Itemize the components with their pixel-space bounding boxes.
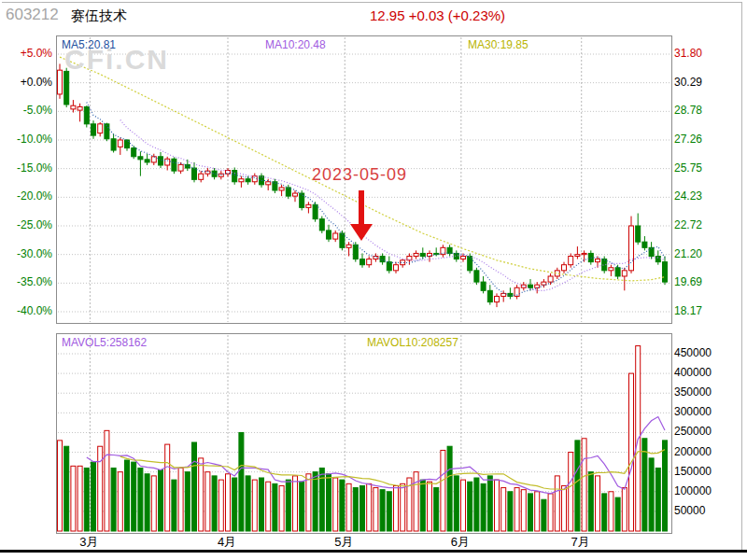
volume-axis-label: 250000 [674, 425, 712, 438]
annotation-date-label: 2023-05-09 [312, 165, 407, 185]
price-axis-right-label: 30.29 [674, 76, 702, 89]
volume-axis-label: 200000 [674, 445, 712, 458]
volume-axis-label: 50000 [674, 504, 705, 517]
ma5-label: MA5:20.81 [62, 38, 116, 51]
price-axis-right-label: 28.78 [674, 104, 702, 117]
price-axis-left-label: -35.0% [7, 275, 52, 288]
price-axis-left-label: -5.0% [7, 104, 52, 117]
mavol10-label: MAVOL10:208257 [367, 336, 458, 349]
price-axis-left-label: -25.0% [7, 218, 52, 231]
price-axis-left-label: -10.0% [7, 133, 52, 146]
ma30-label: MA30:19.85 [468, 38, 529, 51]
volume-bars-chart[interactable] [57, 334, 671, 533]
volume-axis-label: 400000 [674, 366, 712, 379]
price-axis-right-label: 22.72 [674, 218, 702, 231]
stock-chart-page: 603212 赛伍技术 12.95 +0.03 (+0.23%) CFi.CN … [0, 0, 747, 560]
annotation-arrow-icon [350, 190, 373, 243]
price-axis-left-label: -20.0% [7, 189, 52, 203]
stock-code: 603212 [6, 6, 59, 24]
stock-name: 赛伍技术 [71, 7, 127, 25]
price-axis-right-label: 19.69 [674, 275, 702, 288]
price-axis-left-label: -40.0% [7, 304, 52, 317]
price-axis-left-label: -15.0% [7, 161, 52, 175]
price-axis-left-label: -30.0% [7, 247, 52, 260]
mavol5-label: MAVOL5:258162 [62, 336, 147, 349]
volume-axis-label: 150000 [674, 465, 712, 478]
price-axis-left-label: +5.0% [7, 47, 52, 60]
price-axis-left-label: +0.0% [7, 76, 52, 89]
ma10-label: MA10:20.48 [265, 38, 326, 51]
price-axis-right-label: 18.17 [674, 304, 702, 317]
volume-axis-label: 100000 [674, 484, 712, 497]
volume-axis-label: 450000 [674, 346, 712, 359]
price-axis-right-label: 31.80 [674, 47, 702, 60]
volume-axis-label: 300000 [674, 405, 712, 418]
volume-chart-panel[interactable]: MAVOL5:258162 MAVOL10:208257 [56, 333, 672, 534]
current-quote: 12.95 +0.03 (+0.23%) [370, 7, 505, 23]
month-label: 7月 [571, 534, 590, 551]
month-label: 5月 [334, 534, 353, 551]
volume-axis-label: 350000 [674, 385, 712, 399]
price-axis-right-label: 25.75 [674, 161, 702, 175]
price-axis-right-label: 24.23 [674, 189, 702, 203]
month-label: 6月 [451, 534, 470, 551]
price-axis-right-label: 27.26 [674, 133, 702, 146]
bottom-divider [0, 550, 747, 553]
month-label: 3月 [79, 534, 98, 551]
price-axis-right-label: 21.20 [674, 247, 702, 260]
month-label: 4月 [218, 534, 236, 551]
